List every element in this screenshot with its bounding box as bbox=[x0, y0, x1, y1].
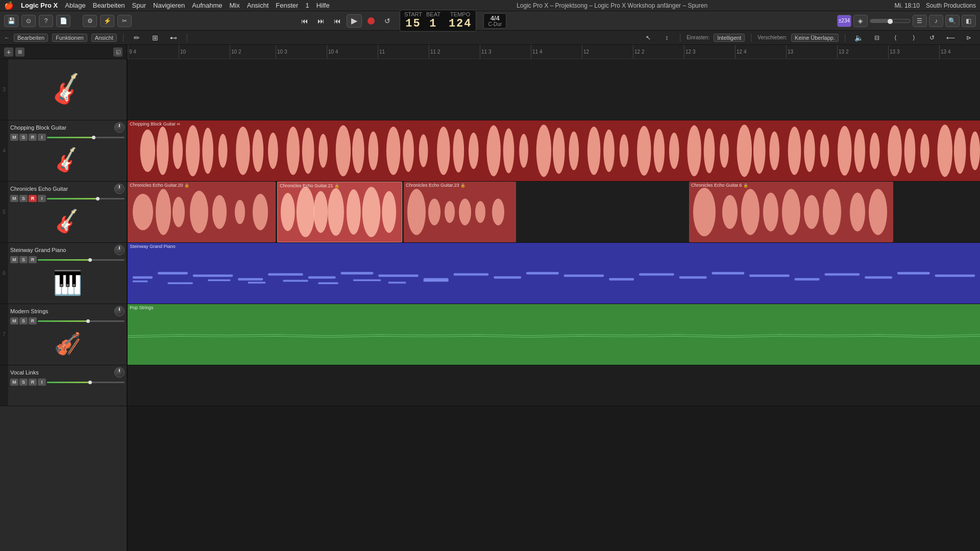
toolbar-list-btn[interactable]: ☰ bbox=[913, 15, 927, 27]
chronicles-region-20[interactable]: Chronicles Echo Guitar.20 🔒 bbox=[128, 182, 276, 242]
fader-track-vocal[interactable] bbox=[47, 382, 125, 383]
fader-track-strings[interactable] bbox=[38, 320, 125, 322]
menu-fenster[interactable]: Fenster bbox=[276, 2, 298, 9]
toolbar-help-btn[interactable]: ? bbox=[39, 15, 53, 27]
menu-hilfe[interactable]: Hilfe bbox=[316, 2, 330, 9]
fader-thumb-steinway[interactable] bbox=[88, 258, 92, 262]
punch-btn[interactable]: ⊳ bbox=[962, 32, 976, 44]
solo-button-chopping[interactable]: S bbox=[19, 134, 28, 141]
fader-thumb-chronicles[interactable] bbox=[96, 197, 100, 201]
toolbar-sliders-btn[interactable]: ⚡ bbox=[100, 15, 114, 27]
solo-button-vocal[interactable]: S bbox=[19, 379, 28, 386]
pan-knob-strings[interactable] bbox=[114, 306, 125, 316]
mute-button-chronicles[interactable]: M bbox=[10, 195, 18, 202]
record-button-steinway[interactable]: R bbox=[29, 256, 37, 263]
record-dot bbox=[368, 17, 375, 24]
fader-thumb-vocal[interactable] bbox=[88, 381, 92, 384]
solo-button-steinway[interactable]: S bbox=[19, 256, 28, 263]
rewind-button[interactable]: ⏮ bbox=[298, 15, 312, 27]
undo-btn[interactable]: ⟵ bbox=[943, 32, 958, 44]
play-button[interactable]: ▶ bbox=[347, 14, 362, 28]
toolbar-search-btn[interactable]: 🔍 bbox=[945, 15, 960, 27]
menu-spur[interactable]: Spur bbox=[132, 2, 146, 9]
resize-tool[interactable]: ↕ bbox=[659, 32, 674, 44]
chronicles-region-6[interactable]: Chronicles Echo Guitar.6 🔒 bbox=[689, 182, 893, 242]
record-button-strings[interactable]: R bbox=[29, 317, 37, 324]
mute-button-strings[interactable]: M bbox=[10, 317, 18, 324]
toolbar-right-1[interactable]: ◈ bbox=[853, 15, 868, 27]
menu-ansicht[interactable]: Ansicht bbox=[247, 2, 269, 9]
mute-button-vocal[interactable]: M bbox=[10, 379, 18, 386]
grid-btn[interactable]: ⊞ bbox=[148, 32, 162, 44]
ruler-mark-5: 11 bbox=[378, 45, 385, 59]
smart-controls-btn[interactable]: ±234 bbox=[837, 15, 851, 27]
strings-region[interactable]: Pop Strings bbox=[128, 304, 980, 365]
back-btn[interactable]: ← bbox=[4, 35, 10, 41]
menu-navigieren[interactable]: Navigieren bbox=[153, 2, 185, 9]
pan-knob-steinway[interactable] bbox=[114, 245, 125, 255]
toolbar-lib-btn[interactable]: ◧ bbox=[962, 15, 976, 27]
pan-knob-chopping[interactable] bbox=[114, 122, 125, 133]
main-area: + ⊞ ◱ 3 🎸 4 Chopping Block Guitar bbox=[0, 45, 980, 551]
functions-dropdown[interactable]: Funktionen bbox=[52, 34, 87, 42]
toolbar-settings-btn[interactable]: ⚙ bbox=[83, 15, 97, 27]
snap-value-dropdown[interactable]: Intelligent bbox=[714, 34, 745, 42]
svg-point-77 bbox=[823, 189, 841, 235]
menu-mix[interactable]: Mix bbox=[230, 2, 240, 9]
view-dropdown[interactable]: Ansicht bbox=[91, 34, 117, 42]
fader-thumb-strings[interactable] bbox=[86, 319, 90, 323]
solo-button-chronicles[interactable]: S bbox=[19, 195, 28, 202]
track-list-view-button[interactable]: ◱ bbox=[113, 47, 122, 57]
menu-logic[interactable]: Logic Pro X bbox=[21, 2, 58, 9]
input-button-chopping[interactable]: I bbox=[38, 134, 46, 141]
fader-track-steinway[interactable] bbox=[38, 259, 125, 261]
menu-ablage[interactable]: Ablage bbox=[65, 2, 85, 9]
menu-bearbeiten[interactable]: Bearbeiten bbox=[93, 2, 125, 9]
fader-thumb-chopping[interactable] bbox=[92, 136, 95, 139]
record-button-chronicles[interactable]: R bbox=[29, 195, 37, 202]
edit-mode-dropdown[interactable]: Bearbeiten bbox=[14, 34, 48, 42]
fader-track-chopping[interactable] bbox=[47, 137, 125, 138]
chronicles-region-21[interactable]: Chronicles Echo Guitar.21 🔒 bbox=[277, 182, 402, 242]
toolbar-save-btn[interactable]: 📄 bbox=[56, 15, 70, 27]
time-signature[interactable]: 4/4 C-Dur bbox=[483, 13, 506, 29]
toolbar-circle-btn[interactable]: ⊙ bbox=[21, 15, 36, 27]
record-button[interactable] bbox=[364, 15, 378, 27]
chronicles-region-23[interactable]: Chronicles Echo Guitar.23 🔒 bbox=[404, 182, 516, 242]
apple-menu[interactable]: 🍎 bbox=[4, 1, 14, 10]
fader-track-chronicles[interactable] bbox=[47, 198, 125, 199]
record-button-vocal[interactable]: R bbox=[29, 379, 37, 386]
snap-btn[interactable]: ⊷ bbox=[166, 32, 181, 44]
loop-btn[interactable]: ⟩ bbox=[906, 32, 921, 44]
solo-button-strings[interactable]: S bbox=[19, 317, 28, 324]
pencil-mode-btn[interactable]: ✏ bbox=[130, 32, 144, 44]
pointer-tool[interactable]: ↖ bbox=[641, 32, 655, 44]
fast-forward-button[interactable]: ⏭ bbox=[314, 15, 328, 27]
master-volume-slider[interactable] bbox=[870, 19, 911, 23]
steinway-region[interactable]: Steinway Grand Piano bbox=[128, 243, 980, 304]
toolbar-file-btn[interactable]: 💾 bbox=[4, 15, 18, 27]
menu-aufnahme[interactable]: Aufnahme bbox=[192, 2, 222, 9]
midi-btn[interactable]: ⊟ bbox=[870, 32, 884, 44]
mute-button-steinway[interactable]: M bbox=[10, 256, 18, 263]
track-grid-button[interactable]: ⊞ bbox=[15, 47, 24, 57]
match-btn[interactable]: ↺ bbox=[925, 32, 939, 44]
metronome-btn[interactable]: 🔈 bbox=[851, 32, 866, 44]
add-track-button[interactable]: + bbox=[4, 47, 13, 57]
record-button-chopping[interactable]: R bbox=[29, 134, 37, 141]
pan-knob-vocal[interactable] bbox=[114, 367, 125, 378]
move-value-dropdown[interactable]: Keine Überlapp. bbox=[791, 34, 839, 42]
pan-knob-chronicles[interactable] bbox=[114, 184, 125, 194]
menu-1[interactable]: 1 bbox=[305, 2, 309, 9]
input-button-chronicles[interactable]: I bbox=[38, 195, 46, 202]
volume-knob[interactable] bbox=[888, 19, 893, 24]
svg-point-57 bbox=[253, 194, 268, 230]
chopping-region[interactable]: Chopping Block Guitar ∞ bbox=[128, 120, 980, 181]
automation-btn[interactable]: ⟨ bbox=[888, 32, 902, 44]
input-button-vocal[interactable]: I bbox=[38, 379, 46, 386]
mute-button-chopping[interactable]: M bbox=[10, 134, 18, 141]
toolbar-scissors-btn[interactable]: ✂ bbox=[117, 15, 132, 27]
skip-back-button[interactable]: ⏮ bbox=[330, 15, 345, 27]
cycle-button[interactable]: ↺ bbox=[380, 15, 395, 27]
toolbar-notation-btn[interactable]: ♪ bbox=[929, 15, 943, 27]
